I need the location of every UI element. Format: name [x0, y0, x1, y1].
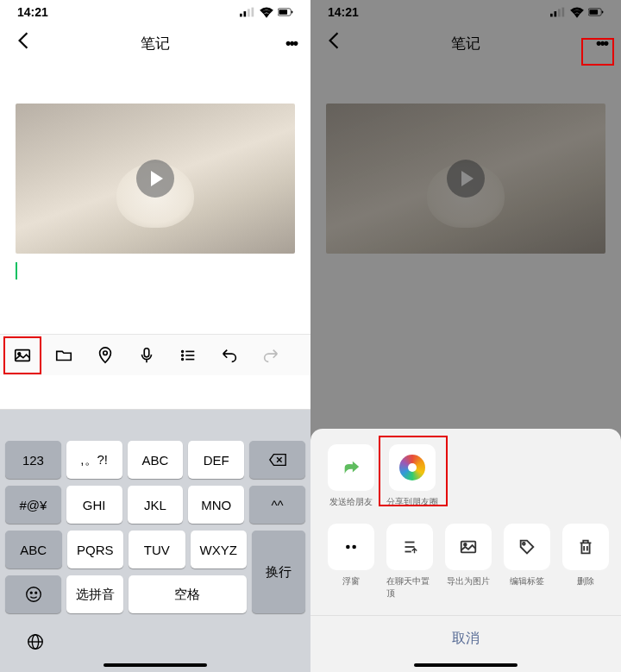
key-mno[interactable]: MNO: [188, 486, 244, 524]
trash-icon: [576, 537, 595, 556]
key-emoji[interactable]: [5, 575, 61, 613]
folder-button[interactable]: [45, 336, 83, 374]
svg-rect-0: [240, 14, 242, 17]
redo-icon: [261, 346, 280, 365]
key-punct[interactable]: ,。?!: [66, 441, 122, 479]
key-pqrs[interactable]: PQRS: [67, 531, 124, 568]
signal-icon: [240, 4, 255, 20]
svg-rect-1: [244, 11, 247, 16]
key-tuv[interactable]: TUV: [129, 531, 185, 568]
key-symbols[interactable]: #@¥: [5, 486, 61, 524]
svg-point-15: [182, 358, 184, 360]
svg-point-31: [352, 545, 356, 550]
action-export-image[interactable]: 导出为图片: [445, 524, 492, 600]
svg-point-9: [104, 350, 108, 355]
svg-point-36: [464, 543, 467, 546]
key-caret[interactable]: ^^: [249, 486, 305, 524]
svg-rect-5: [279, 9, 287, 15]
mic-button[interactable]: [128, 336, 166, 374]
status-time: 14:21: [17, 5, 48, 19]
list-button[interactable]: [169, 336, 207, 374]
key-ghi[interactable]: GHI: [66, 486, 122, 524]
back-button[interactable]: [14, 31, 33, 55]
svg-rect-2: [248, 9, 250, 16]
share-row-2: 浮窗 在聊天中置顶 导出为图片 编辑标签: [310, 524, 621, 615]
globe-button[interactable]: [0, 620, 310, 663]
more-button[interactable]: •••: [285, 35, 297, 53]
svg-point-11: [182, 350, 184, 352]
status-bar: 14:21: [0, 0, 310, 24]
key-123[interactable]: 123: [5, 441, 61, 479]
share-label: 发送给朋友: [329, 496, 373, 508]
redo-button[interactable]: [252, 336, 290, 374]
svg-point-17: [26, 587, 41, 602]
key-jkl[interactable]: JKL: [128, 486, 184, 524]
key-def[interactable]: DEF: [188, 441, 244, 479]
key-linebreak[interactable]: 换行: [252, 531, 305, 613]
export-image-icon: [459, 537, 478, 556]
keyboard: 123 ,。?! ABC DEF #@¥ GHI JKL MNO ^^ ABC: [0, 375, 310, 672]
video-thumbnail[interactable]: [16, 104, 295, 254]
page-title: 笔记: [141, 34, 170, 53]
tag-icon: [518, 537, 536, 556]
keyboard-tabs[interactable]: [0, 375, 310, 410]
location-button[interactable]: [86, 336, 124, 374]
action-label: 导出为图片: [447, 575, 490, 587]
emoji-icon: [24, 585, 43, 604]
svg-point-37: [523, 543, 525, 545]
home-indicator: [104, 663, 207, 667]
svg-rect-10: [144, 348, 149, 356]
key-abc[interactable]: ABC: [128, 441, 184, 479]
key-abc-switch[interactable]: ABC: [5, 531, 62, 568]
action-edit-tag[interactable]: 编辑标签: [504, 524, 550, 600]
action-delete[interactable]: 删除: [562, 524, 609, 600]
undo-button[interactable]: [210, 336, 248, 374]
share-row-1: 发送给朋友 分享到朋友圈: [310, 444, 621, 524]
highlight-more: [581, 38, 614, 66]
globe-icon: [26, 632, 45, 651]
svg-point-19: [35, 592, 37, 593]
key-pinyin[interactable]: 选拼音: [66, 575, 122, 613]
moments-icon: [399, 455, 425, 480]
svg-point-30: [346, 545, 350, 550]
location-icon: [96, 346, 115, 365]
pin-icon: [400, 537, 419, 556]
action-label: 在聊天中置顶: [386, 575, 433, 600]
battery-icon: [278, 4, 293, 20]
list-icon: [179, 346, 198, 365]
dots-icon: [342, 537, 361, 556]
insert-image-button[interactable]: [3, 336, 41, 374]
key-wxyz[interactable]: WXYZ: [191, 531, 248, 568]
editor-toolbar: [0, 334, 310, 375]
svg-point-18: [30, 592, 32, 593]
folder-icon: [54, 346, 73, 365]
image-icon: [13, 346, 32, 365]
mic-icon: [137, 346, 156, 365]
action-label: 浮窗: [342, 575, 360, 587]
svg-rect-6: [292, 11, 292, 14]
key-space[interactable]: 空格: [129, 575, 247, 613]
wifi-icon: [259, 4, 274, 20]
key-backspace[interactable]: [249, 441, 305, 479]
svg-point-13: [182, 355, 184, 356]
text-cursor: [16, 262, 17, 279]
status-icons: [240, 4, 293, 20]
action-pin[interactable]: 在聊天中置顶: [386, 524, 433, 600]
play-icon: [136, 160, 174, 198]
action-float[interactable]: 浮窗: [328, 524, 374, 600]
share-sheet: 发送给朋友 分享到朋友圈 浮窗 在聊天中置顶: [310, 429, 621, 672]
undo-icon: [220, 346, 239, 365]
home-indicator-r: [414, 663, 518, 667]
svg-rect-3: [252, 8, 254, 17]
action-label: 编辑标签: [510, 575, 544, 587]
share-send-friend[interactable]: 发送给朋友: [328, 444, 374, 508]
nav-bar: 笔记 •••: [0, 24, 310, 62]
action-label: 删除: [577, 575, 594, 587]
backspace-icon: [268, 450, 287, 469]
forward-icon: [342, 458, 361, 477]
